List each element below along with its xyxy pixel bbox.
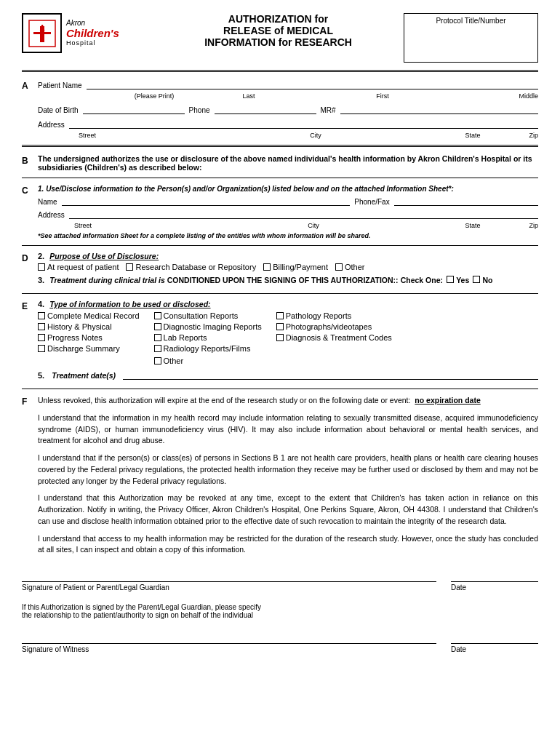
section-f-content: Unless revoked, this authorization will … <box>38 395 538 562</box>
e-complete-medical[interactable]: Complete Medical Record <box>38 311 140 320</box>
c-address-line[interactable] <box>69 209 538 219</box>
e-radiology[interactable]: Radiology Reports/Films <box>154 344 262 353</box>
section-b-divider <box>22 178 538 178</box>
logo-svg: A <box>28 19 57 48</box>
f-expiry-note: no expiration date <box>415 396 480 405</box>
e-radiology-label: Radiology Reports/Films <box>164 344 251 353</box>
mr-label: MR# <box>321 106 336 114</box>
d-checkbox-other[interactable] <box>335 263 343 271</box>
date1-line[interactable] <box>451 569 538 582</box>
e-history-physical[interactable]: History & Physical <box>38 322 140 331</box>
section-a: A Patient Name (Please Print) Last First… <box>22 79 538 139</box>
address-line[interactable] <box>69 119 538 129</box>
c-note: *See attached Information Sheet for a co… <box>38 231 538 239</box>
c-phonefax-line[interactable] <box>394 196 538 206</box>
phone-line[interactable] <box>215 104 316 114</box>
e-photographs[interactable]: Photographs/videotapes <box>276 322 392 331</box>
e-diagnostic-imaging[interactable]: Diagnostic Imaging Reports <box>154 322 262 331</box>
street-label: Street <box>79 132 188 139</box>
d-no-checkbox[interactable] <box>473 276 480 283</box>
date3-line[interactable] <box>451 631 538 644</box>
d-item2: 2. Purpose of Use of Disclosure: At requ… <box>38 252 538 271</box>
section-f-letter: F <box>22 395 38 407</box>
d-checkbox-research[interactable] <box>126 263 133 271</box>
e-cb-complete[interactable] <box>38 312 45 319</box>
section-c-content: 1. Use/Disclose information to the Perso… <box>38 184 538 239</box>
patient-name-line[interactable] <box>87 79 538 89</box>
d-option-billing[interactable]: Billing/Payment <box>263 263 328 271</box>
patient-name-label: Patient Name <box>38 81 82 89</box>
e-cb-radiology[interactable] <box>154 345 161 352</box>
c-zip-label: Zip <box>502 222 538 229</box>
e-treatment-dates-line[interactable] <box>123 370 538 380</box>
c-name-line[interactable] <box>62 196 351 206</box>
e-cb-discharge[interactable] <box>38 345 45 352</box>
section-a-content: Patient Name (Please Print) Last First M… <box>38 79 538 139</box>
e-cb-photos[interactable] <box>276 323 284 330</box>
section-a-letter: A <box>22 79 38 91</box>
sig1-line[interactable] <box>22 569 436 582</box>
e-cb-diagnostic[interactable] <box>154 323 161 330</box>
d-item3-text: Treatment during clinical trial is CONDI… <box>49 276 398 284</box>
e-progress-notes[interactable]: Progress Notes <box>38 333 140 342</box>
c-address-label: Address <box>38 211 65 219</box>
e-pathology-label: Pathology Reports <box>286 311 352 320</box>
date1-label: Date <box>451 583 538 591</box>
e-consultation[interactable]: Consultation Reports <box>154 311 262 320</box>
d-option-billing-label: Billing/Payment <box>273 263 328 271</box>
middle-label: Middle <box>480 92 538 100</box>
f-para1: Unless revoked, this authorization will … <box>38 395 538 407</box>
date1-wrap: Date <box>451 569 538 591</box>
e-discharge-summary[interactable]: Discharge Summary <box>38 344 140 353</box>
name-sub-labels: (Please Print) Last First Middle <box>96 92 538 100</box>
e-cb-consultation[interactable] <box>154 312 161 319</box>
dob-label: Date of Birth <box>38 106 79 114</box>
c-name-row: Name Phone/Fax <box>38 196 538 206</box>
header: A Akron Children's Hospital AUTHORIZATIO… <box>22 13 538 63</box>
c-note-text: *See attached Information Sheet for a co… <box>38 232 371 239</box>
d-item2-options: At request of patient Research Database … <box>38 263 538 271</box>
e-consultation-label: Consultation Reports <box>164 311 239 320</box>
section-c-header: 1. Use/Disclose information to the Perso… <box>38 184 538 193</box>
section-e-content: 4. Type of information to be used or dis… <box>38 300 538 383</box>
e-cb-pathology[interactable] <box>276 312 284 319</box>
d-option-patient[interactable]: At request of patient <box>38 263 119 271</box>
c-name-label: Name <box>38 198 57 206</box>
first-label: First <box>285 92 480 100</box>
d-option-research[interactable]: Research Database or Repository <box>126 263 256 271</box>
c-street-label: Street <box>74 222 183 229</box>
section-d-letter: D <box>22 252 38 263</box>
zip-label: Zip <box>502 132 538 139</box>
signatures-area: Signature of Patient or Parent/Legal Gua… <box>22 569 538 653</box>
e-photos-label: Photographs/videotapes <box>286 322 372 331</box>
title-line1: AUTHORIZATION for <box>167 13 389 25</box>
c-address-row: Address <box>38 209 538 219</box>
d-item2-number: 2. <box>38 252 44 260</box>
e-lab-reports[interactable]: Lab Reports <box>154 333 262 342</box>
e-diagnosis-treatment[interactable]: Diagnosis & Treatment Codes <box>276 333 392 342</box>
d-item3-number: 3. <box>38 276 44 284</box>
e-other-item[interactable]: Other <box>154 356 262 365</box>
e-col2: Consultation Reports Diagnostic Imaging … <box>154 311 262 365</box>
sig3-line[interactable] <box>22 631 436 644</box>
section-b-text: The undersigned authorizes the use or di… <box>38 154 532 172</box>
d-option-other[interactable]: Other <box>335 263 365 271</box>
e-item4-number: 4. <box>38 300 44 308</box>
d-checkbox-billing[interactable] <box>263 263 271 271</box>
section-e-divider <box>22 389 538 389</box>
e-cb-lab[interactable] <box>154 334 161 341</box>
d-yes-checkbox[interactable] <box>447 276 454 283</box>
e-pathology[interactable]: Pathology Reports <box>276 311 392 320</box>
dob-line[interactable] <box>83 104 185 114</box>
logo-childrens: Children's <box>66 28 119 40</box>
e-cb-other[interactable] <box>154 357 161 364</box>
e-cb-progress[interactable] <box>38 334 45 341</box>
e-cb-history[interactable] <box>38 323 45 330</box>
section-e: E 4. Type of information to be used or d… <box>22 300 538 383</box>
d-checkbox-patient[interactable] <box>38 263 45 271</box>
section-b: B The undersigned authorizes the use or … <box>22 154 538 172</box>
f-para2: I understand that the information in my … <box>38 413 538 447</box>
mr-line[interactable] <box>340 104 538 114</box>
d-yes-label: Yes <box>456 276 469 284</box>
e-cb-diagnosis[interactable] <box>276 334 284 341</box>
